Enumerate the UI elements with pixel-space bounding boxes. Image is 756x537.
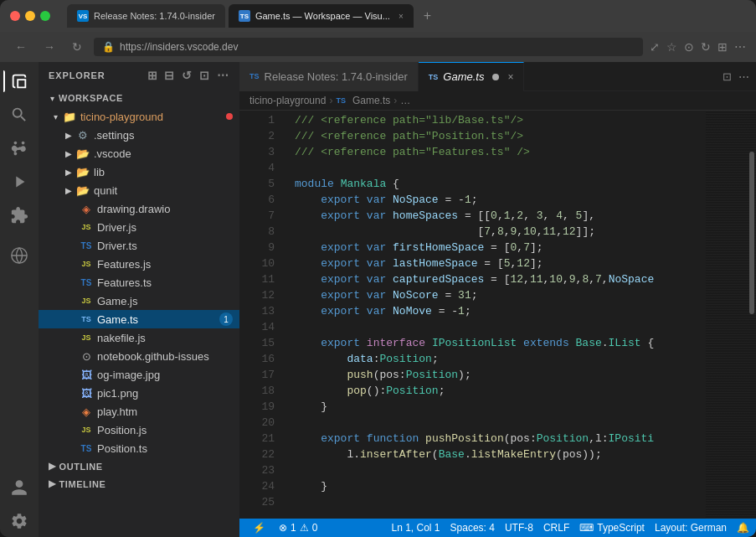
code-line-23 <box>281 462 706 478</box>
activity-item-accounts[interactable] <box>3 472 35 503</box>
tree-item-features-js[interactable]: ▶ JS Features.js <box>39 255 239 273</box>
status-position[interactable]: Ln 1, Col 1 <box>391 522 440 534</box>
lib-arrow: ▶ <box>62 168 75 177</box>
nav-actions: ⤢ ☆ ⊙ ↻ ⊞ ⋯ <box>650 40 746 54</box>
tree-item-drawing[interactable]: ▶ ◈ drawing.drawio <box>39 199 239 218</box>
warning-icon: ⚠ <box>300 522 309 534</box>
forward-button[interactable]: → <box>39 39 60 55</box>
timeline-section[interactable]: ▶ TIMELINE <box>39 475 239 493</box>
tree-item-vscode-folder[interactable]: ▶ 📂 .vscode <box>39 144 239 163</box>
image-icon-og: 🖼 <box>79 369 94 381</box>
nav-bookmark-icon[interactable]: ☆ <box>666 40 677 54</box>
activity-item-search[interactable] <box>3 99 35 131</box>
breadcrumb-root[interactable]: ticino-playground <box>249 95 326 106</box>
play-label: play.htm <box>97 405 239 418</box>
tab-release-notes[interactable]: TS Release Notes: 1.74.0-insider <box>239 62 419 91</box>
nav-profile-icon[interactable]: ⊙ <box>684 40 694 54</box>
github-icon: ⊙ <box>79 350 94 363</box>
code-line-21: export function pushPosition(pos:Positio… <box>281 431 706 447</box>
new-tab-button[interactable]: + <box>424 8 431 23</box>
workspace-root[interactable]: ▾ WORKSPACE <box>39 89 239 107</box>
nav-menu-icon[interactable]: ⋯ <box>734 40 746 54</box>
more-tab-actions-icon[interactable]: ⋯ <box>738 70 749 83</box>
code-line-5: module Mankala { <box>281 176 706 192</box>
browser-tab-prev[interactable]: VS Release Notes: 1.74.0-insider <box>67 4 225 28</box>
status-errors[interactable]: ⊗ 1 ⚠ 0 <box>279 522 317 534</box>
status-line-ending[interactable]: CRLF <box>543 522 569 534</box>
tab-ts-icon: TS <box>239 10 250 22</box>
status-notifications[interactable]: 🔔 <box>737 522 749 534</box>
code-content[interactable]: /// <reference path="lib/Base.ts"/> /// … <box>281 111 706 519</box>
activity-item-settings[interactable] <box>3 505 35 537</box>
nav-share-icon[interactable]: ⤢ <box>650 40 660 54</box>
tree-item-og-image[interactable]: ▶ 🖼 og-image.jpg <box>39 365 239 384</box>
tree-item-driver-js[interactable]: ▶ JS Driver.js <box>39 218 239 236</box>
tab-game-ts[interactable]: TS Game.ts × <box>419 62 525 91</box>
code-line-17: push(pos:Position); <box>281 367 706 383</box>
activity-item-remote[interactable] <box>3 240 35 271</box>
nav-extension-icon[interactable]: ⊞ <box>717 40 728 54</box>
tree-item-features-ts[interactable]: ▶ TS Features.ts <box>39 273 239 292</box>
drawing-label: drawing.drawio <box>97 203 239 215</box>
status-language[interactable]: ⌨ TypeScript <box>579 522 645 534</box>
back-button[interactable]: ← <box>10 39 32 55</box>
tree-item-qunit[interactable]: ▶ 📂 qunit <box>39 181 239 199</box>
tree-item-position-js[interactable]: ▶ JS Position.js <box>39 421 239 439</box>
collapse-all-icon[interactable]: ⊡ <box>199 69 210 82</box>
activity-item-run[interactable] <box>3 166 35 198</box>
line-numbers: 12345 678910 1112131415 1617181920 21222… <box>239 111 281 519</box>
tree-item-pic1[interactable]: ▶ 🖼 pic1.png <box>39 384 239 402</box>
game-ts-close-btn[interactable]: × <box>507 71 513 83</box>
close-traffic-light[interactable] <box>10 11 20 21</box>
outline-section[interactable]: ▶ OUTLINE <box>39 457 239 475</box>
nav-sync-icon[interactable]: ↻ <box>701 40 711 54</box>
line-ending-text: CRLF <box>543 522 569 534</box>
split-editor-icon[interactable]: ⊡ <box>723 70 732 83</box>
maximize-traffic-light[interactable] <box>40 11 50 21</box>
minimap-scrollbar[interactable] <box>749 152 754 315</box>
browser-tab-active[interactable]: TS Game.ts — Workspace — Visu... × <box>229 4 414 28</box>
tree-item-play-htm[interactable]: ▶ ◈ play.htm <box>39 402 239 421</box>
tree-item-position-ts[interactable]: ▶ TS Position.ts <box>39 439 239 457</box>
tree-item-game-ts[interactable]: ▶ TS Game.ts 1 <box>39 310 239 328</box>
timeline-arrow: ▶ <box>49 478 56 489</box>
code-line-10: export var lastHomeSpace = [5,12]; <box>281 256 706 271</box>
tree-item-nakefile[interactable]: ▶ JS nakefile.js <box>39 328 239 347</box>
game-ts-badge: 1 <box>219 312 233 326</box>
code-line-20 <box>281 415 706 431</box>
new-file-icon[interactable]: ⊞ <box>147 69 158 82</box>
status-layout[interactable]: Layout: German <box>655 522 727 534</box>
breadcrumb-symbol[interactable]: … <box>400 95 410 106</box>
tab-actions: ⊡ ⋯ <box>716 70 756 83</box>
tree-item-game-js[interactable]: ▶ JS Game.js <box>39 292 239 310</box>
refresh-explorer-icon[interactable]: ↺ <box>182 69 193 82</box>
browser-tab-label: Release Notes: 1.74.0-insider <box>94 11 215 21</box>
tree-item-ticino[interactable]: ▾ 📁 ticino-playground <box>39 107 239 126</box>
activity-item-explorer[interactable] <box>3 65 35 97</box>
js-icon-nakefile: JS <box>79 333 94 342</box>
minimize-traffic-light[interactable] <box>25 11 35 21</box>
tree-item-lib[interactable]: ▶ 📂 lib <box>39 163 239 181</box>
activity-item-scm[interactable] <box>3 132 35 164</box>
code-editor: 12345 678910 1112131415 1617181920 21222… <box>239 111 756 519</box>
browser-tab-close[interactable]: × <box>399 12 404 21</box>
address-bar[interactable]: 🔒 https://insiders.vscode.dev <box>94 38 643 56</box>
new-folder-icon[interactable]: ⊟ <box>164 69 175 82</box>
browser-window: VS Release Notes: 1.74.0-insider TS Game… <box>0 0 756 537</box>
status-remote[interactable]: ⚡ <box>246 519 272 537</box>
tree-item-driver-ts[interactable]: ▶ TS Driver.ts <box>39 236 239 255</box>
status-bar: ⚡ ⊗ 1 ⚠ 0 Ln 1, Col 1 Spaces: 4 <box>239 519 756 537</box>
tree-item-settings-folder[interactable]: ▶ ⚙ .settings <box>39 126 239 144</box>
activity-item-extensions[interactable] <box>3 199 35 231</box>
tree-item-notebook[interactable]: ▶ ⊙ notebook.github-issues <box>39 347 239 365</box>
remote-icon: ⚡ <box>253 522 265 534</box>
breadcrumb-sep-1: › <box>329 95 332 106</box>
more-actions-icon[interactable]: ⋯ <box>217 69 229 82</box>
code-line-12: export var NoScore = 31; <box>281 287 706 303</box>
breadcrumb-file[interactable]: TS Game.ts <box>336 95 390 106</box>
encoding-text: UTF-8 <box>505 522 533 534</box>
status-spaces[interactable]: Spaces: 4 <box>450 522 495 534</box>
status-encoding[interactable]: UTF-8 <box>505 522 533 534</box>
refresh-button[interactable]: ↻ <box>67 39 87 55</box>
minimap <box>706 111 756 519</box>
